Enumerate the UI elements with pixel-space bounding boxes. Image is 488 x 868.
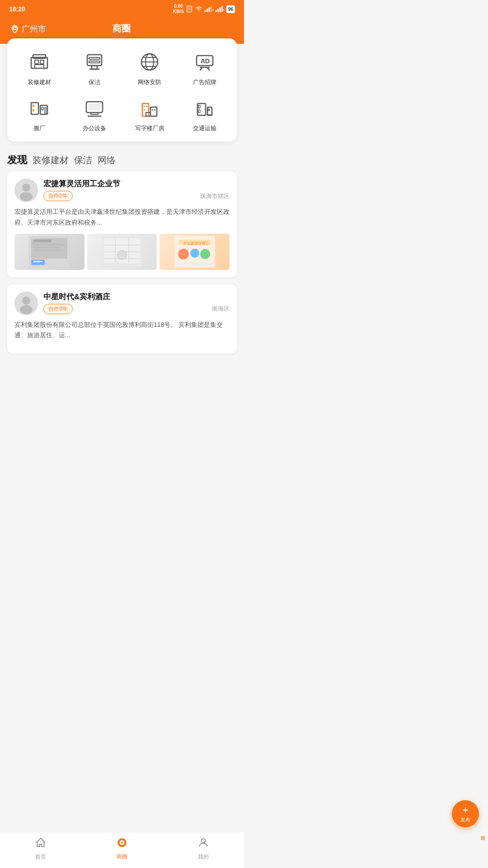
svg-rect-8: [217, 9, 219, 12]
svg-rect-44: [144, 105, 145, 107]
phone-icon: [186, 5, 193, 13]
moving-icon: [27, 95, 52, 121]
transport-icon: [192, 95, 217, 121]
battery-indicator: 96: [226, 5, 235, 13]
category-card: 装修建材 保洁: [7, 38, 237, 142]
category-item-transport[interactable]: 交通运输: [177, 95, 232, 132]
ad-icon: AD: [192, 49, 217, 75]
post-location-1: 珠海市辖区: [200, 192, 230, 200]
svg-rect-18: [87, 55, 102, 66]
office-icon: [82, 95, 107, 121]
filter-tab-decoration[interactable]: 装修建材: [33, 154, 69, 166]
status-bar: 18:20 0.80KB/S 5G Il 96: [0, 0, 244, 18]
category-item-office[interactable]: 办公设备: [67, 95, 122, 132]
svg-point-85: [20, 305, 33, 314]
svg-rect-47: [150, 107, 157, 116]
post-badge-row-1: 合作2年 珠海市辖区: [43, 191, 230, 201]
svg-point-59: [20, 192, 33, 201]
cleaning-label: 保洁: [89, 78, 100, 86]
svg-rect-1: [188, 7, 191, 10]
svg-text:Il: Il: [223, 9, 225, 11]
svg-rect-7: [216, 10, 217, 12]
post-meta-2: 中星时代&宾利酒庄 合作3年 南海区: [43, 292, 230, 314]
svg-rect-19: [89, 57, 100, 59]
post-badge-1: 合作2年: [43, 191, 73, 201]
svg-rect-5: [211, 6, 212, 12]
category-item-network[interactable]: 网络安防: [122, 49, 177, 86]
filter-tab-cleaning[interactable]: 保洁: [74, 154, 92, 166]
svg-rect-56: [206, 114, 213, 115]
posts-container: 宏捷算灵活用工企业节 合作2年 珠海市辖区 宏捷算灵活用工平台是由天津鑫泽世纪集…: [0, 171, 244, 354]
wifi-icon: [195, 6, 203, 12]
svg-point-12: [14, 27, 16, 29]
svg-text:什么是灵活用工: 什么是灵活用工: [183, 241, 209, 245]
filter-tab-network[interactable]: 网络: [98, 154, 116, 166]
svg-rect-46: [144, 109, 145, 111]
svg-rect-15: [35, 60, 38, 64]
post-name-1: 宏捷算灵活用工企业节: [43, 179, 230, 189]
svg-rect-54: [207, 107, 212, 115]
post-badge-2: 合作3年: [43, 304, 73, 314]
ad-label: 广告招牌: [193, 78, 216, 86]
post-avatar-1: [14, 179, 38, 202]
svg-rect-38: [45, 107, 46, 114]
svg-rect-41: [91, 113, 98, 114]
svg-point-58: [22, 184, 30, 192]
svg-rect-13: [31, 57, 47, 68]
svg-text:5G: 5G: [212, 9, 214, 11]
post-name-2: 中星时代&宾利酒庄: [43, 292, 230, 302]
post-header-1: 宏捷算灵活用工企业节 合作2年 珠海市辖区: [14, 179, 230, 202]
svg-rect-63: [33, 244, 65, 245]
svg-rect-10: [221, 6, 223, 12]
post-card-1[interactable]: 宏捷算灵活用工企业节 合作2年 珠海市辖区 宏捷算灵活用工平台是由天津鑫泽世纪集…: [7, 171, 237, 277]
svg-point-81: [200, 249, 210, 259]
svg-rect-48: [152, 109, 153, 111]
post-content-1: 宏捷算灵活用工平台是由天津鑫泽世纪集团投资搭建，是天津市经济开发区政府、天津市河…: [14, 207, 230, 228]
post-image-1-2: [87, 234, 157, 270]
transport-label: 交通运输: [193, 124, 216, 132]
svg-rect-2: [205, 10, 206, 12]
office-label: 办公设备: [83, 124, 106, 132]
svg-rect-16: [40, 60, 44, 64]
svg-point-80: [190, 249, 199, 258]
post-location-2: 南海区: [212, 305, 230, 313]
category-item-building[interactable]: 写字楼厂房: [122, 95, 177, 132]
network-label: 网络安防: [138, 78, 161, 86]
svg-text:AD: AD: [201, 57, 210, 65]
svg-rect-34: [33, 104, 34, 107]
svg-rect-49: [154, 109, 155, 111]
post-header-2: 中星时代&宾利酒庄 合作3年 南海区: [14, 292, 230, 315]
svg-point-75: [117, 250, 127, 259]
network-icon: [137, 49, 162, 75]
post-card-2[interactable]: 中星时代&宾利酒庄 合作3年 南海区 宾利集团股份有限公司总部位于英国伦敦博利高…: [7, 284, 237, 354]
svg-rect-20: [89, 61, 100, 63]
post-content-2: 宾利集团股份有限公司总部位于英国伦敦博利高街118号。 宾利集团是集交通、旅游居…: [14, 320, 230, 341]
svg-rect-35: [33, 109, 34, 112]
location-icon: [11, 25, 19, 33]
post-avatar-2: [14, 292, 38, 315]
status-icons: 0.80KB/S 5G Il 96: [173, 4, 235, 14]
decoration-icon: [27, 49, 52, 75]
svg-rect-4: [208, 7, 210, 12]
building-icon: [137, 95, 162, 121]
svg-rect-62: [33, 240, 52, 242]
signal-full-icon: Il: [216, 6, 225, 12]
post-meta-1: 宏捷算灵活用工企业节 合作2年 珠海市辖区: [43, 179, 230, 201]
building-label: 写字楼厂房: [135, 124, 164, 132]
category-item-cleaning[interactable]: 保洁: [67, 49, 122, 86]
svg-rect-33: [31, 103, 38, 114]
moving-label: 搬厂: [33, 124, 45, 132]
category-item-moving[interactable]: 搬厂: [12, 95, 67, 132]
svg-rect-67: [33, 261, 42, 262]
network-speed: 0.80KB/S: [173, 4, 184, 14]
svg-rect-45: [146, 105, 147, 107]
category-item-ad[interactable]: AD 广告招牌: [177, 49, 232, 86]
svg-rect-55: [208, 109, 210, 111]
filter-tab-discover[interactable]: 发现: [7, 153, 27, 167]
post-badge-row-2: 合作3年 南海区: [43, 304, 230, 314]
category-grid: 装修建材 保洁: [12, 49, 232, 132]
svg-rect-52: [198, 105, 200, 108]
post-image-1-1: [14, 234, 84, 270]
location-selector[interactable]: 广州市: [11, 24, 46, 34]
category-item-decoration[interactable]: 装修建材: [12, 49, 67, 86]
